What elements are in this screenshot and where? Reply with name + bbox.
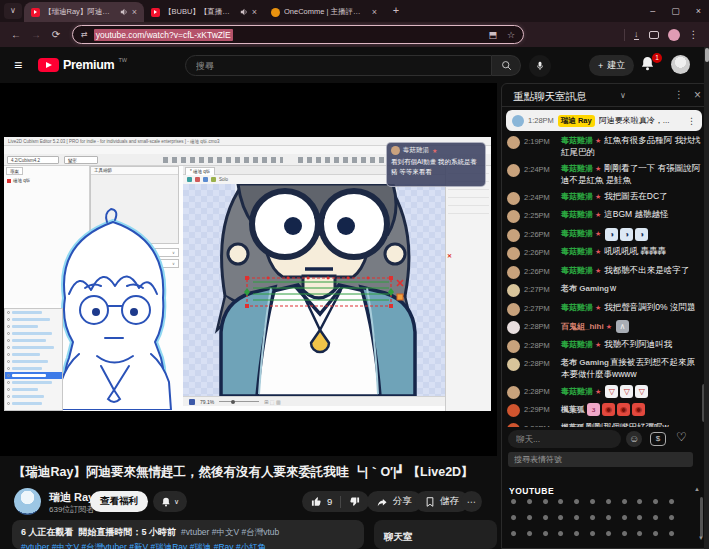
channel-emoji[interactable] (651, 513, 664, 526)
eye-emoji[interactable]: ◑ (620, 228, 633, 241)
pinned-menu-icon[interactable]: ⋮ (687, 116, 696, 126)
channel-emoji[interactable] (588, 529, 601, 542)
dislike-icon[interactable] (349, 496, 360, 507)
guide-menu-icon[interactable]: ≡ (14, 57, 22, 73)
window-close-button[interactable]: × (696, 6, 701, 16)
pinned-message[interactable]: 1:28PM 瑞迪 Ray 阿迪要來啦真冷，... ⋮ (506, 110, 702, 131)
heart-icon[interactable]: ♡ (676, 430, 687, 444)
voice-search-button[interactable] (529, 55, 551, 77)
channel-emoji[interactable] (525, 513, 538, 526)
url-field[interactable]: ⇄ youtube.com/watch?v=cfL-xKTwZlE ⬒ ☆ (72, 25, 524, 44)
hashtags-row[interactable]: #vtuber #中文V #台灣vtuber #新V #瑞迪Ray #瑞迪 #R… (21, 542, 355, 549)
emoji-search-input[interactable] (514, 455, 687, 464)
channel-emoji[interactable] (525, 497, 538, 510)
channel-emoji[interactable] (509, 529, 522, 542)
forward-button[interactable]: → (26, 29, 46, 40)
tab-search-chevron-icon[interactable]: ∨ (4, 3, 22, 19)
extension-icon[interactable] (534, 30, 543, 39)
share-button[interactable]: 分享 (367, 491, 422, 512)
notifications-button[interactable]: 1 (640, 56, 658, 74)
url-text[interactable]: youtube.com/watch?v=cfL-xKTwZlE (94, 29, 233, 41)
tab-close-icon[interactable]: × (372, 8, 377, 17)
downloads-icon[interactable]: ↓ (634, 30, 639, 40)
chat-close-icon[interactable]: × (694, 88, 701, 102)
mouth-emoji[interactable]: ▽ (635, 385, 648, 398)
channel-emoji[interactable] (620, 497, 633, 510)
perks-button[interactable]: 查看福利 (90, 491, 148, 512)
channel-emoji[interactable] (541, 513, 554, 526)
channel-emoji[interactable] (572, 497, 585, 510)
youtube-logo[interactable]: Premium TW (38, 58, 127, 72)
new-tab-button[interactable]: + (388, 3, 404, 19)
reload-button[interactable]: ⟳ (46, 29, 66, 40)
red-face-emoji[interactable]: ◉ (602, 403, 615, 416)
account-avatar[interactable] (671, 55, 690, 74)
like-icon[interactable] (311, 496, 322, 507)
extension-icon[interactable] (570, 30, 579, 39)
channel-emoji[interactable] (620, 513, 633, 526)
channel-emoji[interactable] (525, 529, 538, 542)
extension-icon[interactable] (552, 30, 561, 39)
create-button[interactable]: + 建立 (589, 55, 634, 76)
browser-tab[interactable]: 【BUBU】【直播配信】UNDER × (144, 2, 264, 22)
channel-emoji[interactable] (635, 529, 648, 542)
search-input[interactable] (196, 61, 481, 71)
channel-emoji[interactable] (604, 529, 617, 542)
bookmark-star-icon[interactable]: ☆ (507, 30, 515, 40)
wallet-icon[interactable] (649, 31, 659, 39)
eye-emoji[interactable]: ◑ (605, 228, 618, 241)
channel-emoji[interactable] (556, 513, 569, 526)
channel-emoji[interactable] (509, 513, 522, 526)
window-minimize-button[interactable]: – (650, 6, 655, 16)
subscribed-bell-button[interactable]: ∨ (153, 491, 187, 512)
mouth-emoji[interactable]: ▽ (605, 385, 618, 398)
chat-mode-chevron-icon[interactable]: ∨ (620, 91, 626, 100)
browser-tab[interactable]: 【瑞迪Ray】阿迪要來無情趕工 × (24, 2, 144, 22)
eye-emoji[interactable]: ◑ (635, 228, 648, 241)
pink-mouth-emoji[interactable]: з (587, 403, 600, 416)
chat-input[interactable] (516, 434, 613, 444)
superchat-icon[interactable]: $ (650, 432, 666, 446)
channel-emoji[interactable] (635, 497, 648, 510)
channel-emoji[interactable] (635, 513, 648, 526)
hashtags-inline[interactable]: #vtuber #中文V #台灣vtub (181, 527, 279, 537)
emoji-search-box[interactable] (508, 452, 693, 467)
page-scrollbar[interactable] (704, 47, 709, 549)
window-maximize-button[interactable]: ▢ (671, 6, 680, 16)
channel-emoji[interactable] (541, 497, 554, 510)
channel-emoji[interactable] (667, 497, 680, 510)
browser-tab[interactable]: OneComme | 主播評論應用 × (264, 2, 384, 22)
red-face-emoji[interactable]: ◉ (617, 403, 630, 416)
back-button[interactable]: ← (6, 29, 26, 40)
tab-audio-icon[interactable] (120, 8, 128, 16)
tab-audio-icon[interactable] (240, 8, 248, 16)
emoji-scroll-up-icon[interactable]: ▲ (694, 486, 700, 492)
channel-emoji[interactable] (667, 529, 680, 542)
extension-icon[interactable] (606, 30, 615, 39)
tab-close-icon[interactable]: × (132, 8, 137, 17)
channel-emoji[interactable] (572, 513, 585, 526)
pray-emoji[interactable]: ∧ (616, 320, 629, 333)
red-face-emoji[interactable]: ◉ (632, 403, 645, 416)
more-actions-button[interactable]: ⋯ (461, 491, 482, 512)
channel-avatar[interactable] (14, 488, 41, 515)
channel-name[interactable]: 瑞迪 Ray (49, 490, 94, 505)
channel-emoji[interactable] (556, 497, 569, 510)
tab-close-icon[interactable]: × (252, 8, 257, 17)
channel-emoji[interactable] (667, 513, 680, 526)
channel-emoji[interactable] (509, 497, 522, 510)
emoji-grid-scrollbar[interactable] (700, 497, 703, 537)
browser-menu-icon[interactable]: ⋮ (689, 29, 699, 40)
video-player[interactable]: Live2D Cubism Editor 5.2.03 [ PRO for in… (0, 83, 497, 456)
description-box[interactable]: 6 人正在觀看 開始直播時間：5 小時前 #vtuber #中文V #台灣vtu… (12, 520, 364, 549)
channel-emoji[interactable] (604, 497, 617, 510)
mouth-emoji[interactable]: ▽ (620, 385, 633, 398)
channel-emoji[interactable] (620, 529, 633, 542)
browser-profile-avatar[interactable] (668, 29, 680, 41)
chat-input-box[interactable] (508, 430, 621, 448)
search-button[interactable] (492, 55, 521, 76)
channel-emoji[interactable] (556, 529, 569, 542)
emoji-picker-icon[interactable]: ☺ (626, 431, 642, 447)
channel-emoji[interactable] (588, 497, 601, 510)
site-info-icon[interactable]: ⇄ (81, 30, 88, 39)
